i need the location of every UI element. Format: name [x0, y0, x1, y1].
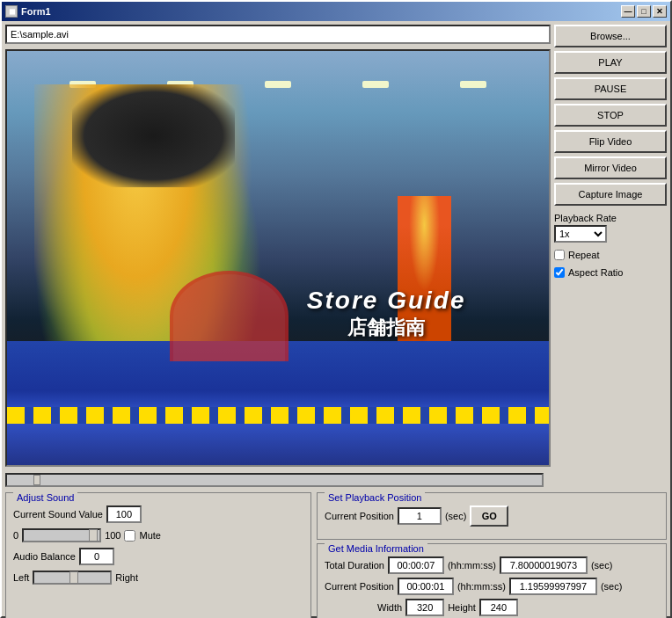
video-frame: Store Guide 店舗指南 — [7, 51, 549, 465]
total-duration-label: Total Duration — [325, 560, 384, 571]
light — [362, 81, 389, 88]
height-value — [479, 599, 518, 616]
stop-button[interactable]: STOP — [554, 104, 667, 127]
cur-hms-label: (hh:mm:ss) — [457, 581, 506, 592]
aspect-ratio-label: Aspect Ratio — [568, 267, 623, 278]
maximize-button[interactable]: □ — [637, 5, 651, 18]
height-label: Height — [448, 602, 476, 613]
width-value — [405, 599, 444, 616]
sound-value-input[interactable] — [106, 505, 142, 523]
sound-value-row: Current Sound Value — [13, 505, 303, 523]
current-sound-label: Current Sound Value — [13, 509, 103, 520]
seek-thumb[interactable] — [33, 475, 40, 485]
total-duration-row: Total Duration (hh:mm:ss) (sec) — [325, 556, 659, 574]
browse-button[interactable]: Browse... — [554, 25, 667, 47]
sound-min-label: 0 — [13, 530, 18, 541]
audio-balance-input[interactable] — [79, 548, 114, 565]
aspect-ratio-checkbox[interactable] — [554, 267, 565, 278]
balance-row: Audio Balance — [13, 548, 303, 565]
light — [460, 81, 486, 88]
arch — [170, 271, 289, 362]
repeat-label: Repeat — [568, 250, 599, 260]
video-column: Store Guide 店舗指南 — [5, 25, 551, 487]
sound-slider[interactable] — [22, 528, 101, 542]
repeat-checkbox[interactable] — [554, 250, 565, 260]
title-bar: ◼ Form1 — □ ✕ — [2, 2, 670, 21]
pause-button[interactable]: PAUSE — [554, 77, 667, 100]
aspect-ratio-row: Aspect Ratio — [554, 267, 667, 278]
playback-pos-label: Set Playback Position — [325, 492, 425, 503]
main-window: ◼ Form1 — □ ✕ — [0, 0, 672, 618]
sec-unit-label: (sec) — [591, 560, 612, 571]
cur-pos-label: Current Position — [325, 581, 394, 592]
media-info-panel: Get Media Information Total Duration (hh… — [317, 543, 667, 618]
content-area: Store Guide 店舗指南 Browse... — [2, 21, 670, 616]
hms-format-label: (hh:mm:ss) — [448, 560, 496, 571]
sound-max-label: 100 — [105, 530, 121, 541]
width-label: Width — [377, 602, 402, 613]
media-info-label: Get Media Information — [325, 543, 427, 554]
cur-sec-label: (sec) — [601, 581, 622, 592]
current-pos-label: Current Position — [325, 511, 394, 521]
right-label: Right — [115, 572, 138, 583]
balance-slider[interactable] — [33, 571, 112, 585]
window-title: Form1 — [21, 6, 51, 17]
mute-label: Mute — [139, 530, 160, 541]
light — [265, 81, 291, 88]
flip-video-button[interactable]: Flip Video — [554, 130, 667, 153]
title-buttons: — □ ✕ — [621, 5, 667, 18]
capture-image-button[interactable]: Capture Image — [554, 183, 667, 206]
balance-slider-row: Left Right — [13, 571, 303, 585]
playback-rate-label: Playback Rate — [554, 213, 667, 223]
current-position-hms — [398, 578, 454, 595]
dimensions-row: Width Height — [325, 599, 659, 616]
seek-bar[interactable] — [5, 473, 544, 487]
mirror-video-button[interactable]: Mirror Video — [554, 156, 667, 179]
play-button[interactable]: PLAY — [554, 51, 667, 74]
balance-thumb[interactable] — [69, 571, 78, 584]
mute-checkbox[interactable] — [124, 530, 135, 542]
title-bar-left: ◼ Form1 — [5, 5, 51, 18]
video-player: Store Guide 店舗指南 — [5, 49, 551, 467]
adjust-sound-label: Adjust Sound — [13, 492, 77, 503]
sound-slider-row: 0 100 Mute — [13, 528, 303, 542]
minimize-button[interactable]: — — [621, 5, 635, 18]
audio-balance-label: Audio Balance — [13, 551, 76, 562]
bottom-row: Adjust Sound Current Sound Value 0 100 M… — [5, 492, 667, 618]
floor-stripe — [7, 407, 549, 424]
top-row: Store Guide 店舗指南 Browse... — [5, 25, 667, 487]
right-panels: Set Playback Position Current Position (… — [317, 492, 667, 618]
position-input[interactable] — [398, 507, 442, 525]
filepath-row — [5, 25, 551, 44]
repeat-row: Repeat — [554, 250, 667, 260]
total-duration-hms — [388, 556, 444, 574]
app-icon: ◼ — [5, 5, 18, 18]
adjust-sound-panel: Adjust Sound Current Sound Value 0 100 M… — [5, 492, 311, 618]
seek-row — [5, 473, 551, 487]
close-button[interactable]: ✕ — [653, 5, 667, 18]
position-row: Current Position (sec) GO — [325, 505, 659, 527]
current-pos-info-row: Current Position (hh:mm:ss) (sec) — [325, 578, 659, 595]
sound-thumb[interactable] — [89, 529, 98, 542]
controls-panel: Browse... PLAY PAUSE STOP Flip Video Mir… — [554, 25, 667, 487]
hair — [72, 84, 235, 188]
sec-label: (sec) — [445, 511, 466, 521]
current-position-sec — [509, 578, 597, 595]
left-label: Left — [13, 572, 29, 583]
playback-position-panel: Set Playback Position Current Position (… — [317, 492, 667, 540]
filepath-input[interactable] — [5, 25, 551, 44]
total-duration-sec — [500, 556, 588, 574]
go-button[interactable]: GO — [470, 505, 508, 527]
playback-rate-select[interactable]: 1x 2x 0.5x — [554, 225, 607, 243]
playback-rate-section: Playback Rate 1x 2x 0.5x — [554, 213, 667, 243]
